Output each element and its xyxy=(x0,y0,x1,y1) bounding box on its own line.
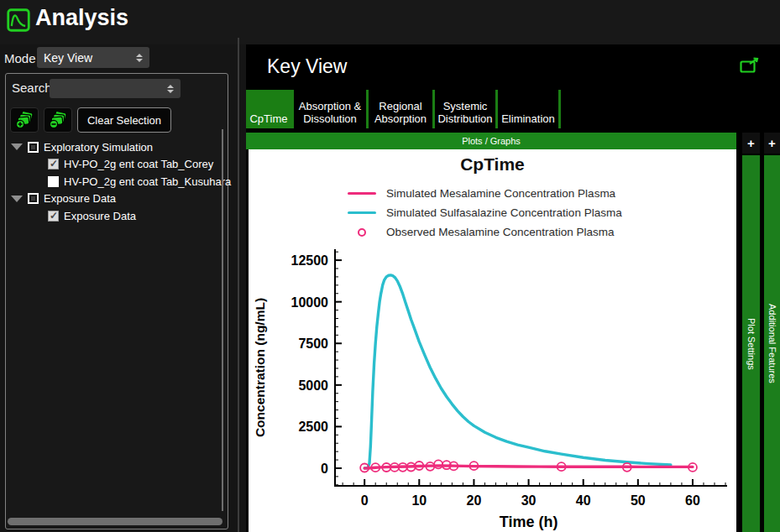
analysis-logo-icon xyxy=(7,8,30,32)
checkbox[interactable] xyxy=(28,142,39,153)
svg-text:12500: 12500 xyxy=(291,253,329,268)
checkbox[interactable] xyxy=(48,159,59,170)
tree-item-label: HV-PO_2g ent coat Tab_Kusuhara xyxy=(64,175,231,188)
panel-splitter[interactable] xyxy=(238,38,239,532)
app-title: Analysis xyxy=(35,5,128,31)
checkbox[interactable] xyxy=(48,176,59,187)
svg-text:7500: 7500 xyxy=(298,336,328,351)
search-combo[interactable] xyxy=(50,79,181,98)
mode-label: Mode xyxy=(4,51,36,65)
additional-features-expand-button[interactable]: + xyxy=(764,133,780,154)
collapse-expander-icon[interactable] xyxy=(11,143,23,150)
tree-item-label: Exposure Data xyxy=(44,192,116,205)
clear-selection-button[interactable]: Clear Selection xyxy=(77,107,171,133)
app-header: Analysis xyxy=(0,0,780,44)
tab-elimination[interactable]: Elimination xyxy=(498,90,558,128)
svg-text:2500: 2500 xyxy=(298,420,328,434)
key-view-window: Key View CpTime Absorption & Dissolution… xyxy=(246,44,780,532)
stack-minus-icon xyxy=(48,110,68,130)
checkbox[interactable] xyxy=(48,211,59,222)
simulation-tree: Exploratory Simulation HV-PO_2g ent coat… xyxy=(6,138,219,225)
cptime-chart: 010203040506002500500075001000012500Time… xyxy=(252,236,735,532)
stack-plus-icon xyxy=(14,110,34,130)
svg-text:Concentration (ng/mL): Concentration (ng/mL) xyxy=(253,298,267,437)
svg-text:5000: 5000 xyxy=(298,378,328,393)
tab-separator xyxy=(558,90,561,128)
tree-item-label: Exploratory Simulation xyxy=(44,141,153,154)
mode-select[interactable]: Key View xyxy=(37,47,149,68)
open-in-new-window-icon[interactable] xyxy=(740,57,760,74)
svg-text:30: 30 xyxy=(521,493,537,508)
tree-item[interactable]: HV-PO_2g ent coat Tab_Corey xyxy=(6,156,219,174)
collapse-expander-icon[interactable] xyxy=(11,196,23,202)
tree-item[interactable]: Exploratory Simulation xyxy=(6,138,219,156)
plot-area: CpTime Simulated Mesalamine Concentratio… xyxy=(249,149,736,532)
tree-item-label: HV-PO_2g ent coat Tab_Corey xyxy=(64,158,213,170)
svg-text:10: 10 xyxy=(411,493,427,508)
view-tabs: CpTime Absorption & Dissolution Regional… xyxy=(246,90,561,128)
search-input[interactable] xyxy=(56,82,149,95)
svg-text:20: 20 xyxy=(467,493,482,508)
tab-regional-absorption[interactable]: Regional Absorption xyxy=(369,90,432,128)
plot-settings-expand-button[interactable]: + xyxy=(742,133,760,154)
horizontal-scrollbar[interactable] xyxy=(8,518,222,525)
svg-text:Time (h): Time (h) xyxy=(500,514,558,530)
tab-systemic-distribution[interactable]: Systemic Distribution xyxy=(435,90,495,128)
checkbox[interactable] xyxy=(28,193,39,204)
tab-cptime[interactable]: CpTime xyxy=(246,90,291,128)
pink-line-swatch xyxy=(348,192,376,196)
window-title: Key View xyxy=(267,55,347,78)
svg-text:40: 40 xyxy=(576,493,591,508)
svg-text:50: 50 xyxy=(631,493,646,508)
mode-select-value: Key View xyxy=(44,51,92,65)
pink-circle-swatch xyxy=(348,228,376,237)
plot-settings-panel-tab[interactable]: Plot Settings xyxy=(742,155,760,532)
plots-graphs-bar: Plots / Graphs xyxy=(246,133,736,149)
chart-legend: Simulated Mesalamine Concentration Plasm… xyxy=(348,184,622,242)
svg-text:60: 60 xyxy=(685,493,700,508)
tree-item[interactable]: Exposure Data xyxy=(6,190,219,208)
sidebar: Mode Key View Search xyxy=(0,44,233,532)
select-all-button[interactable] xyxy=(10,107,39,133)
tree-item[interactable]: Exposure Data xyxy=(6,207,219,225)
spinner-arrows-icon xyxy=(167,85,174,93)
additional-features-panel-tab[interactable]: Additional Features xyxy=(764,155,780,532)
legend-item: Simulated Sulfasalazine Concentration Pl… xyxy=(348,203,622,222)
search-label: Search xyxy=(12,81,52,95)
legend-item: Simulated Mesalamine Concentration Plasm… xyxy=(348,184,622,203)
vertical-scrollbar[interactable] xyxy=(222,129,223,511)
tree-item[interactable]: HV-PO_2g ent coat Tab_Kusuhara xyxy=(6,173,219,190)
deselect-all-button[interactable] xyxy=(44,107,72,133)
svg-text:10000: 10000 xyxy=(291,295,329,310)
chart-title: CpTime xyxy=(249,154,736,175)
svg-text:0: 0 xyxy=(361,493,369,508)
tree-item-label: Exposure Data xyxy=(64,210,136,222)
selection-panel: Search xyxy=(5,73,228,529)
tab-absorption-dissolution[interactable]: Absorption & Dissolution xyxy=(294,90,366,128)
spinner-arrows-icon xyxy=(136,54,143,62)
cyan-line-swatch xyxy=(348,211,376,215)
svg-text:0: 0 xyxy=(321,462,328,476)
